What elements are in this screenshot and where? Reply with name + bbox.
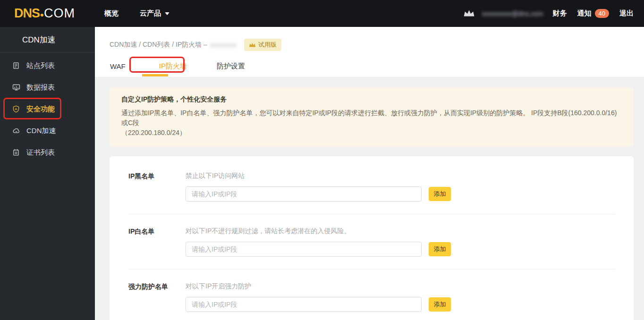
tab-waf[interactable]: WAF: [110, 62, 126, 70]
section-label: IP白名单: [128, 227, 186, 257]
notification-count-badge: 40: [595, 9, 609, 18]
chevron-down-icon: [165, 12, 169, 15]
nav-overview[interactable]: 概览: [104, 9, 119, 18]
breadcrumb-domain-blurred: xxxxxxxx: [210, 41, 237, 49]
sidebar-item-label: 站点列表: [26, 61, 55, 70]
active-tab-underline: [142, 74, 168, 76]
sidebar-title: CDN加速: [0, 27, 95, 53]
sidebar-item-label: 数据报表: [26, 83, 55, 92]
notice-body-line1: 通过添加IP黑名单、IP白名单、强力防护名单，您可以对来自特定IP或IP段的请求…: [121, 108, 622, 128]
logo-dns-text: DNS: [14, 7, 40, 20]
main-content: CDN加速 / CDN列表 / IP防火墙 – xxxxxxxx 试用版 WAF…: [95, 27, 644, 320]
section-description: 禁止以下IP访问网站: [186, 172, 615, 180]
strong-protection-input[interactable]: [186, 297, 422, 312]
add-whitelist-button[interactable]: 添加: [429, 242, 451, 256]
trial-badge: 试用版: [244, 39, 281, 51]
section-label: IP黑名单: [128, 172, 186, 202]
notice-box: 自定义IP防护策略，个性化安全服务 通过添加IP黑名单、IP白名单、强力防护名单…: [110, 87, 634, 147]
section-content: 禁止以下IP访问网站 添加: [186, 172, 615, 202]
breadcrumb-row: CDN加速 / CDN列表 / IP防火墙 – xxxxxxxx 试用版: [95, 27, 644, 51]
header-account-area: xxxxxxxxx@dns.com 财务 通知 40 退出: [463, 9, 634, 18]
shield-icon: [12, 105, 20, 113]
cloud-icon: [12, 127, 20, 135]
section-description: 对以下IP开启强力防护: [186, 282, 615, 291]
section-label: 强力防护名单: [128, 282, 186, 312]
sidebar-item-label: CDN加速: [26, 126, 56, 135]
trial-badge-label: 试用版: [258, 41, 277, 49]
divider: [128, 214, 615, 214]
input-row: 添加: [186, 297, 615, 312]
sidebar-item-cdn[interactable]: CDN加速: [0, 120, 95, 142]
section-ip-whitelist: IP白名单 对以下IP不进行规则过滤，请站长考虑潜在的入侵风险。 添加: [110, 227, 634, 257]
ip-firewall-card: IP黑名单 禁止以下IP访问网站 添加 IP白名单 对以下IP不进行规则过滤，请…: [110, 156, 634, 320]
input-row: 添加: [186, 242, 615, 257]
trial-crown-icon: [249, 42, 256, 48]
sidebar-item-certificates[interactable]: 证书列表: [0, 142, 95, 163]
notifications-label: 通知: [577, 9, 592, 18]
notice-body-line2: （220.200.180.0/24）: [121, 128, 622, 138]
finance-link[interactable]: 财务: [553, 9, 567, 18]
file-icon: [12, 62, 20, 70]
crown-icon: [463, 9, 475, 17]
dns-com-logo[interactable]: DNS COM: [14, 7, 75, 20]
tab-protection-settings[interactable]: 防护设置: [217, 62, 245, 71]
input-row: 添加: [186, 186, 615, 202]
ip-blacklist-input[interactable]: [186, 186, 422, 202]
breadcrumb: CDN加速 / CDN列表 / IP防火墙 –: [110, 41, 207, 49]
sidebar-item-site-list[interactable]: 站点列表: [0, 55, 95, 76]
sidebar-menu: 站点列表 数据报表 安全功能: [0, 55, 95, 163]
logo-dot: [41, 14, 43, 17]
nav-cloud-products[interactable]: 云产品: [140, 9, 169, 18]
notice-title: 自定义IP防护策略，个性化安全服务: [121, 95, 622, 104]
nav-overview-label: 概览: [104, 9, 119, 18]
section-content: 对以下IP开启强力防护 添加: [186, 282, 615, 312]
logout-link[interactable]: 退出: [619, 9, 634, 18]
page-header-bar: CDN加速 / CDN列表 / IP防火墙 – xxxxxxxx 试用版 WAF…: [95, 27, 644, 77]
section-description: 对以下IP不进行规则过滤，请站长考虑潜在的入侵风险。: [186, 227, 615, 236]
page: DNS COM 概览 云产品 xxxxxxxxx@dns.com 财务 通知 4…: [0, 0, 644, 320]
sidebar-item-security[interactable]: 安全功能: [0, 98, 95, 120]
divider: [128, 269, 615, 269]
tab-bar: WAF IP防火墙 防护设置: [95, 62, 644, 71]
account-email-blurred[interactable]: xxxxxxxxx@dns.com: [482, 10, 543, 17]
certificate-icon: [12, 149, 20, 157]
notifications-link[interactable]: 通知 40: [577, 9, 609, 18]
top-header: DNS COM 概览 云产品 xxxxxxxxx@dns.com 财务 通知 4…: [0, 0, 644, 27]
section-ip-blacklist: IP黑名单 禁止以下IP访问网站 添加: [110, 172, 634, 202]
report-icon: [12, 84, 20, 92]
ip-whitelist-input[interactable]: [186, 242, 422, 257]
section-content: 对以下IP不进行规则过滤，请站长考虑潜在的入侵风险。 添加: [186, 227, 615, 257]
add-blacklist-button[interactable]: 添加: [429, 187, 451, 201]
nav-cloud-products-label: 云产品: [140, 9, 161, 18]
sidebar-item-label: 安全功能: [26, 105, 55, 114]
logo-com-text: COM: [44, 7, 75, 20]
tab-ip-firewall[interactable]: IP防火墙: [159, 62, 187, 71]
sidebar-item-label: 证书列表: [26, 148, 55, 157]
top-nav: 概览 云产品: [104, 9, 191, 18]
add-strong-protection-button[interactable]: 添加: [429, 297, 451, 312]
section-strong-protection: 强力防护名单 对以下IP开启强力防护 添加: [110, 282, 634, 312]
sidebar-item-data-reports[interactable]: 数据报表: [0, 76, 95, 98]
sidebar: CDN加速 站点列表 数据报表: [0, 27, 95, 320]
